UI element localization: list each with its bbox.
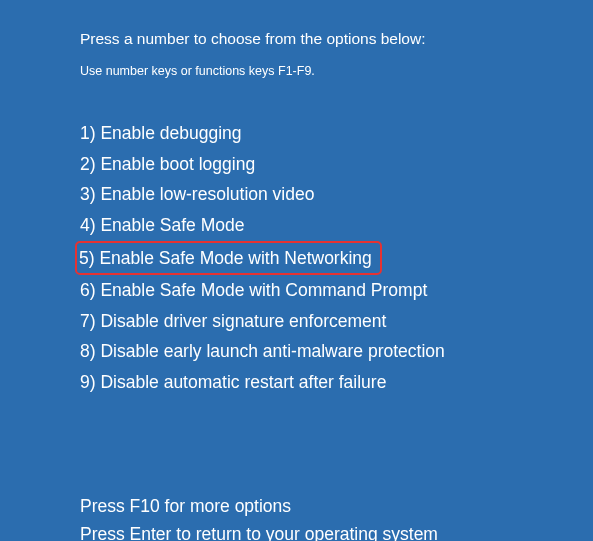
option-6[interactable]: 6) Enable Safe Mode with Command Prompt [80, 275, 593, 306]
option-9[interactable]: 9) Disable automatic restart after failu… [80, 367, 593, 398]
highlight-box: 5) Enable Safe Mode with Networking [75, 241, 382, 276]
instruction-subheader: Use number keys or functions keys F1-F9. [80, 64, 593, 78]
option-1[interactable]: 1) Enable debugging [80, 118, 593, 149]
footer-instructions: Press F10 for more options Press Enter t… [80, 492, 593, 541]
option-7[interactable]: 7) Disable driver signature enforcement [80, 306, 593, 337]
footer-more-options: Press F10 for more options [80, 492, 593, 520]
boot-options-list: 1) Enable debugging 2) Enable boot loggi… [80, 118, 593, 398]
startup-settings-screen: Press a number to choose from the option… [0, 0, 593, 541]
instruction-header: Press a number to choose from the option… [80, 30, 593, 48]
option-5-highlighted[interactable]: 5) Enable Safe Mode with Networking [80, 241, 593, 276]
option-8[interactable]: 8) Disable early launch anti-malware pro… [80, 336, 593, 367]
option-2[interactable]: 2) Enable boot logging [80, 149, 593, 180]
footer-return: Press Enter to return to your operating … [80, 520, 593, 541]
option-4[interactable]: 4) Enable Safe Mode [80, 210, 593, 241]
option-3[interactable]: 3) Enable low-resolution video [80, 179, 593, 210]
